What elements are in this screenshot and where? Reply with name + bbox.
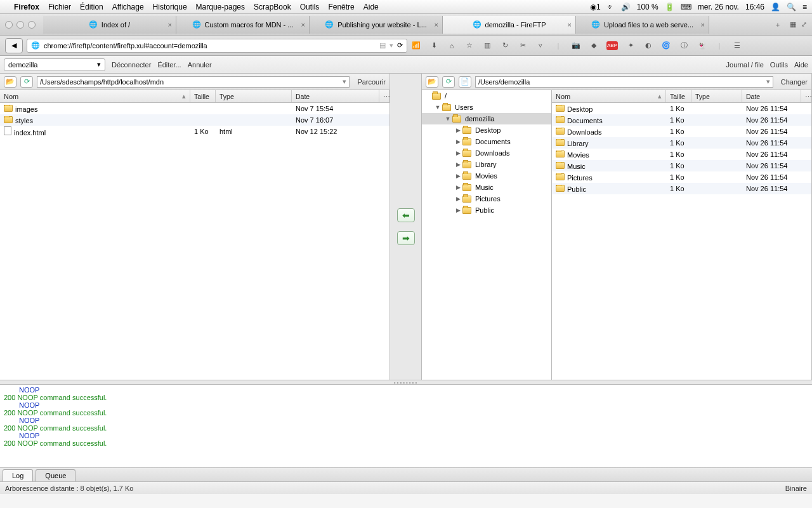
- disclosure-icon[interactable]: ▶: [455, 127, 461, 133]
- url-input[interactable]: [44, 42, 376, 50]
- hamburger-icon[interactable]: ☰: [732, 41, 742, 50]
- remote-col-picker[interactable]: ⋯: [801, 90, 811, 102]
- menu-history[interactable]: Historique: [153, 3, 187, 11]
- tree-node[interactable]: ▼demozilla: [422, 113, 551, 124]
- menu-help[interactable]: Aide: [363, 3, 379, 11]
- disclosure-icon[interactable]: ▶: [455, 196, 461, 202]
- change-button[interactable]: Changer: [777, 78, 808, 86]
- disclosure-icon[interactable]: ▶: [455, 138, 461, 145]
- info-icon[interactable]: ⓘ: [679, 41, 689, 50]
- spotlight-icon[interactable]: 🔍: [787, 3, 796, 11]
- menu-edit[interactable]: Édition: [80, 3, 103, 11]
- menu-file[interactable]: Fichier: [48, 3, 71, 11]
- disclosure-icon[interactable]: ▼: [445, 116, 451, 122]
- time-text[interactable]: 16:46: [745, 3, 764, 11]
- abort-link[interactable]: Annuler: [188, 61, 212, 69]
- tree-node[interactable]: ▶Desktop: [422, 124, 551, 136]
- horizontal-splitter[interactable]: ••••••••: [0, 380, 812, 385]
- disclosure-icon[interactable]: ▶: [455, 184, 461, 190]
- browser-tab[interactable]: 🌐demozilla - FireFTP×: [443, 16, 576, 34]
- journal-link[interactable]: Journal / file: [726, 61, 764, 69]
- tab-groups-icon[interactable]: ▦: [790, 20, 796, 29]
- browser-tab[interactable]: 🌐Custom macros for MDN - ...×: [176, 16, 310, 34]
- remote-file-list[interactable]: Desktop1 KoNov 26 11:54Documents1 KoNov …: [552, 103, 811, 380]
- bookmarks-icon[interactable]: ▥: [482, 41, 492, 50]
- tree-node[interactable]: ▶Library: [422, 159, 551, 170]
- table-row[interactable]: Pictures1 KoNov 26 11:54: [552, 171, 811, 183]
- local-file-list[interactable]: imagesNov 7 15:54stylesNov 7 16:07index.…: [0, 103, 390, 380]
- menu-bookmarks[interactable]: Marque-pages: [196, 3, 245, 11]
- table-row[interactable]: Documents1 KoNov 26 11:54: [552, 114, 811, 126]
- disconnect-link[interactable]: Déconnecter: [112, 61, 151, 69]
- disclosure-icon[interactable]: ▶: [455, 207, 461, 213]
- evernote-icon[interactable]: ◆: [589, 41, 599, 50]
- remote-col-name[interactable]: Nom▴: [552, 90, 666, 102]
- local-col-name[interactable]: Nom▴: [0, 90, 190, 102]
- minimize-window-button[interactable]: [16, 21, 24, 29]
- close-window-button[interactable]: [5, 21, 13, 29]
- new-tab-button[interactable]: +: [769, 21, 786, 29]
- tree-node[interactable]: ▶Pictures: [422, 193, 551, 204]
- disclosure-icon[interactable]: ▶: [455, 150, 461, 156]
- rss-icon[interactable]: 📶: [411, 41, 421, 50]
- downloads-icon[interactable]: ⬇: [429, 41, 439, 50]
- table-row[interactable]: stylesNov 7 16:07: [0, 114, 390, 126]
- creative-cloud-icon[interactable]: ◉1: [590, 3, 601, 11]
- remote-tree[interactable]: /▼Users▼demozilla▶Desktop▶Documents▶Down…: [422, 90, 552, 380]
- menu-window[interactable]: Fenêtre: [328, 3, 354, 11]
- user-icon[interactable]: 👤: [771, 3, 780, 11]
- help-link[interactable]: Aide: [794, 61, 808, 69]
- table-row[interactable]: Movies1 KoNov 26 11:54: [552, 149, 811, 160]
- account-select[interactable]: demozilla ▾: [4, 58, 105, 71]
- download-button[interactable]: ⬅: [397, 208, 415, 222]
- table-row[interactable]: index.html1 KohtmlNov 12 15:22: [0, 126, 390, 137]
- pocket-icon[interactable]: ▿: [535, 41, 546, 50]
- tree-node[interactable]: ▶Movies: [422, 170, 551, 182]
- browser-tab[interactable]: 🌐Upload files to a web serve...×: [576, 16, 709, 34]
- remote-col-date[interactable]: Date: [742, 90, 801, 102]
- tree-node[interactable]: ▼Users: [422, 102, 551, 113]
- table-row[interactable]: Music1 KoNov 26 11:54: [552, 160, 811, 171]
- local-refresh-button[interactable]: ⟳: [20, 76, 33, 88]
- browser-tab[interactable]: 🌐Index of /×: [43, 16, 176, 34]
- menu-tools[interactable]: Outils: [300, 3, 320, 11]
- table-row[interactable]: Library1 KoNov 26 11:54: [552, 137, 811, 149]
- menubar-app[interactable]: Firefox: [14, 3, 39, 11]
- home-icon[interactable]: ⌂: [447, 42, 457, 50]
- wifi-icon[interactable]: ᯤ: [607, 3, 615, 11]
- menu-scrapbook[interactable]: ScrapBook: [254, 3, 291, 11]
- keyboard-icon[interactable]: ⌨: [681, 3, 691, 11]
- sync-icon[interactable]: ↻: [500, 41, 510, 50]
- edit-link[interactable]: Éditer...: [157, 61, 181, 69]
- table-row[interactable]: Desktop1 KoNov 26 11:54: [552, 103, 811, 114]
- volume-icon[interactable]: 🔊: [621, 3, 631, 11]
- tree-node[interactable]: ▶Documents: [422, 136, 551, 147]
- close-icon[interactable]: ×: [301, 21, 305, 29]
- log-panel[interactable]: NOOP200 NOOP command successful.NOOP200 …: [0, 385, 812, 467]
- remote-col-size[interactable]: Taille: [666, 90, 691, 102]
- browser-tab[interactable]: 🌐Publishing your website - L...×: [310, 16, 443, 34]
- local-col-picker[interactable]: ⋯: [379, 90, 390, 102]
- tree-node[interactable]: ▶Public: [422, 204, 551, 216]
- date-text[interactable]: mer. 26 nov.: [698, 3, 739, 11]
- star-icon[interactable]: ☆: [464, 41, 475, 50]
- remote-up-button[interactable]: 📂: [426, 76, 438, 88]
- back-button[interactable]: ◀: [5, 38, 23, 53]
- tree-node[interactable]: /: [422, 90, 551, 102]
- tree-node[interactable]: ▶Downloads: [422, 147, 551, 159]
- notifications-icon[interactable]: ≡: [802, 3, 807, 11]
- camera-icon[interactable]: 📷: [571, 41, 581, 50]
- disclosure-icon[interactable]: ▶: [455, 161, 461, 168]
- table-row[interactable]: Downloads1 KoNov 26 11:54: [552, 126, 811, 137]
- ghost-icon[interactable]: 👻: [697, 41, 707, 50]
- local-col-size[interactable]: Taille: [190, 90, 216, 102]
- disclosure-icon[interactable]: ▶: [455, 173, 461, 179]
- reload-icon[interactable]: ⟳: [397, 41, 403, 50]
- upload-button[interactable]: ➡: [397, 231, 415, 245]
- extension-icon-2[interactable]: ◐: [643, 41, 653, 50]
- zoom-window-button[interactable]: [28, 21, 36, 29]
- remote-col-type[interactable]: Type: [691, 90, 742, 102]
- local-path-input[interactable]: /Users/sdeschamps/httpd/localhost/mdn▾: [37, 76, 350, 88]
- tree-node[interactable]: ▶Music: [422, 182, 551, 193]
- local-col-date[interactable]: Date: [292, 90, 379, 102]
